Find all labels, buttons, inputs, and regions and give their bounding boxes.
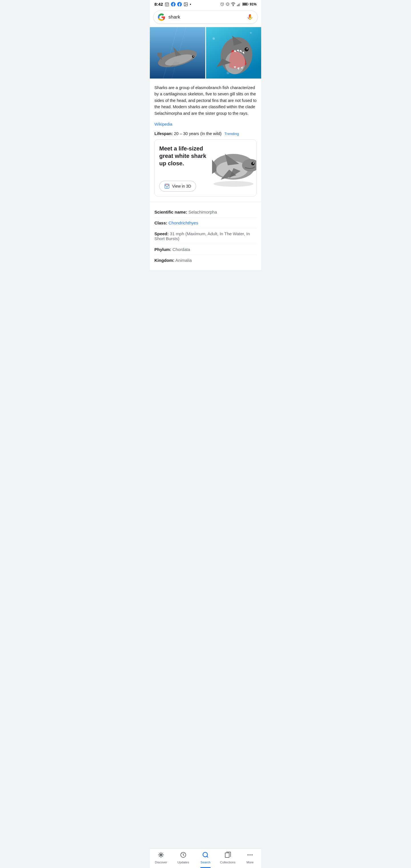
search-bar-container (150, 8, 261, 27)
shark-3d-image (205, 143, 257, 188)
wifi-icon (231, 2, 235, 6)
battery-icon (242, 2, 249, 6)
trending-badge[interactable]: Trending (224, 132, 239, 136)
scientific-name-label: Scientific name: (154, 210, 187, 214)
svg-text:31: 31 (166, 4, 168, 6)
view-3d-button[interactable]: View in 3D (159, 181, 196, 192)
facebook-icon-2 (177, 2, 182, 6)
shark-left-svg (150, 27, 205, 79)
scientific-name-row: Scientific name: Selachimorpha (154, 207, 257, 218)
svg-rect-24 (243, 3, 247, 5)
status-time: 8:42 (154, 2, 163, 6)
svg-point-62 (214, 181, 253, 187)
image-strip (150, 27, 261, 79)
speed-label: Speed: (154, 231, 169, 236)
view-3d-label: View in 3D (172, 184, 191, 188)
shark-right-svg (206, 27, 261, 79)
phylum-label: Phylum: (154, 247, 171, 252)
mic-icon[interactable] (247, 14, 253, 21)
facts-section: Scientific name: Selachimorpha Class: Ch… (150, 202, 261, 270)
svg-point-58 (253, 162, 254, 164)
notification-dot: • (190, 2, 191, 6)
class-row: Class: Chondrichthyes (154, 218, 257, 228)
lifespan-row: Lifespan: 20 – 30 years (In the wild) Tr… (154, 131, 257, 136)
kingdom-row: Kingdom: Animalia (154, 255, 257, 266)
class-value-link[interactable]: Chondrichthyes (168, 220, 198, 225)
class-label: Class: (154, 220, 167, 225)
knowledge-panel: Sharks are a group of elasmobranch fish … (150, 80, 261, 202)
vibrate-icon (225, 2, 230, 6)
kingdom-label: Kingdom: (154, 258, 175, 263)
svg-point-51 (246, 48, 248, 50)
google-logo (158, 13, 165, 21)
status-left: 8:42 31 • (154, 2, 191, 6)
svg-point-37 (212, 37, 215, 40)
phylum-value: Chordata (172, 247, 190, 252)
cube-icon (164, 183, 170, 189)
svg-rect-20 (239, 3, 240, 6)
svg-point-50 (244, 48, 248, 52)
kingdom-value: Animalia (175, 258, 192, 263)
svg-point-35 (193, 56, 194, 57)
calendar-icon: 31 (165, 2, 169, 6)
svg-rect-10 (227, 3, 228, 6)
svg-rect-21 (240, 3, 240, 6)
card-title: Meet a life-sized great white shark up c… (159, 145, 210, 167)
lifespan-label: Lifespan: (154, 131, 173, 136)
svg-rect-18 (237, 5, 238, 6)
phylum-row: Phylum: Chordata (154, 244, 257, 255)
scientific-name-value: Selachimorpha (188, 210, 217, 214)
svg-point-38 (250, 32, 251, 34)
svg-point-6 (185, 3, 186, 4)
shark-image-left[interactable] (150, 27, 205, 79)
svg-rect-19 (238, 4, 239, 6)
view-3d-card[interactable]: Meet a life-sized great white shark up c… (154, 140, 257, 196)
speed-value: 31 mph (Maximum, Adult, In The Water, In… (154, 231, 250, 241)
svg-point-17 (233, 5, 233, 6)
svg-point-57 (251, 162, 255, 165)
signal-icon (236, 2, 241, 6)
shark-3d-svg (205, 143, 257, 188)
status-bar: 8:42 31 • 91% (150, 0, 261, 8)
battery-percent: 91% (250, 2, 257, 6)
shark-description: Sharks are a group of elasmobranch fish … (154, 85, 257, 117)
svg-rect-23 (248, 3, 249, 5)
facebook-icon-1 (171, 2, 176, 6)
wikipedia-link[interactable]: Wikipedia (154, 122, 172, 126)
shark-image-right[interactable] (206, 27, 261, 79)
alarm-icon (220, 2, 224, 6)
image-icon (184, 2, 188, 6)
lifespan-value: 20 – 30 years (In the wild) (174, 131, 221, 136)
search-bar[interactable] (153, 10, 258, 24)
speed-row: Speed: 31 mph (Maximum, Adult, In The Wa… (154, 228, 257, 244)
search-input[interactable] (168, 14, 244, 20)
status-right: 91% (220, 2, 257, 6)
